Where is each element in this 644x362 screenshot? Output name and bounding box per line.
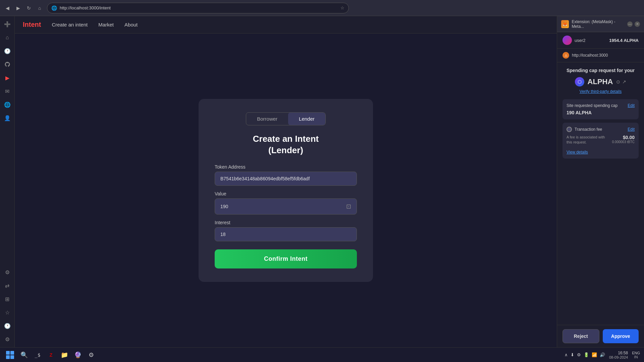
taskbar-app5[interactable]: 🔮 [72,350,83,360]
nav-about[interactable]: About [124,22,138,27]
app-logo[interactable]: Intent [23,21,41,28]
value-spinner-icon[interactable]: ⊡ [346,203,351,210]
forward-button[interactable]: ▶ [13,3,23,13]
metamask-panel: 🦊 Extension: (MetaMask) - Meta... — ✕ us… [557,16,644,347]
mm-spending-cap-value: 190 ALPHA [567,110,635,115]
token-address-input-wrapper [215,172,357,186]
mm-window-title: Extension: (MetaMask) - Meta... [572,19,627,29]
taskbar-lang2: IN [634,355,638,359]
sidebar-clock[interactable]: 🕐 [2,320,13,331]
mm-view-details-link[interactable]: View details [567,150,635,155]
sidebar-github[interactable] [2,59,13,70]
token-address-group: Token Address [215,164,357,186]
interest-group: Interest [215,220,357,241]
taskbar-app6[interactable]: ⚙ [86,350,97,360]
alpha-token-name: ALPHA [588,77,613,86]
token-address-input[interactable] [220,176,351,181]
mm-fee-edit[interactable]: Edit [628,127,635,132]
mm-fee-description: A fee is associated with this request. [567,135,610,145]
alpha-token-row: ⬡ ALPHA ⊙ ↗ [562,77,639,86]
mm-fee-indicator [567,127,572,132]
page-icon: 🌐 [51,5,57,11]
sidebar-gear[interactable]: ⚙ [2,334,13,345]
mm-fee-title: Transaction fee [575,127,602,132]
mm-fee-btc: 0.000003 tBTC [612,140,635,144]
taskbar-zotero[interactable]: Z [46,350,56,360]
mm-fee-section: Transaction fee Edit A fee is associated… [562,123,639,159]
sidebar-youtube[interactable]: ▶ [2,72,13,83]
taskbar-download-icon[interactable]: ⬇ [571,352,574,357]
alpha-token-logo: ⬡ [575,77,584,86]
mm-spending-cap-edit[interactable]: Edit [628,103,635,108]
intent-card: Borrower Lender Create an Intent (Lender… [199,99,373,282]
sidebar-exchange[interactable]: ⇄ [2,280,13,291]
value-input-wrapper: ⊡ [215,198,357,215]
confirm-intent-button[interactable]: Confirm Intent [215,249,357,268]
mm-reject-button[interactable]: Reject [562,329,599,343]
taskbar-files[interactable]: 📁 [59,350,70,360]
mm-spending-cap-title: Site requested spending cap [567,103,618,108]
system-chevron-icon[interactable]: ∧ [565,352,568,357]
token-link-icon[interactable]: ↗ [622,79,626,84]
taskbar-settings-icon[interactable]: ⚙ [577,352,581,357]
taskbar-time: 16:58 [618,351,628,355]
interest-label: Interest [215,220,357,225]
mm-user-avatar [562,36,572,45]
mm-action-buttons: Reject Approve [557,325,644,347]
taskbar-battery-icon: 🔋 [584,352,589,357]
borrower-tab[interactable]: Borrower [246,113,288,125]
token-copy-icon[interactable]: ⊙ [616,79,620,84]
wifi-icon: 📶 [592,352,597,357]
sidebar-globe[interactable]: 🌐 [2,99,13,110]
system-tray: ∧ ⬇ ⚙ 🔋 📶 🔊 [565,352,605,357]
taskbar-search[interactable]: 🔍 [19,350,30,360]
sidebar-grid[interactable]: ⊞ [2,294,13,304]
refresh-button[interactable]: ↻ [24,3,34,13]
lender-tab[interactable]: Lender [288,113,325,125]
value-group: Value ⊡ [215,191,357,215]
mm-user-balance: 1954.4 ALPHA [609,38,639,43]
sidebar-mail[interactable]: ✉ [2,86,13,97]
mm-spending-cap-section: Site requested spending cap Edit 190 ALP… [562,99,639,119]
volume-icon: 🔊 [600,352,605,357]
windows-start-button[interactable] [4,349,16,361]
token-address-label: Token Address [215,164,357,170]
mm-approve-button[interactable]: Approve [603,329,639,343]
value-input[interactable] [220,204,341,209]
sidebar-history[interactable]: 🕐 [2,46,13,56]
metamask-logo: 🦊 [561,20,569,28]
back-button[interactable]: ◀ [3,3,12,13]
taskbar-lang: ENG [632,351,640,355]
nav-create-intent[interactable]: Create an intent [52,22,88,27]
mm-close-button[interactable]: ✕ [635,21,640,27]
bookmark-icon[interactable]: ☆ [340,5,344,10]
value-label: Value [215,191,357,196]
sidebar-star[interactable]: ☆ [2,307,13,318]
nav-market[interactable]: Market [98,22,114,27]
home-button[interactable]: ⌂ [35,3,44,13]
form-title: Create an Intent (Lender) [253,133,319,156]
mm-spending-title: Spending cap request for your [562,68,639,73]
sidebar-profile[interactable]: 👤 [2,113,13,123]
interest-input[interactable] [220,232,351,237]
mm-fee-usd: $0.00 [612,135,635,140]
form-fields: Token Address Value ⊡ [215,164,357,241]
taskbar-terminal[interactable]: _$ [32,350,43,360]
sidebar-new-tab[interactable]: ➕ [2,19,13,29]
role-toggle: Borrower Lender [246,112,326,125]
mm-verify-link[interactable]: Verify third-party details [562,89,639,94]
form-title-line1: Create an Intent [253,133,319,145]
sidebar-home[interactable]: ⌂ [2,32,13,43]
mm-user-name: user2 [575,38,586,43]
interest-input-wrapper [215,227,357,241]
taskbar-date: 08-09-2024 [609,355,628,359]
sidebar-settings-bottom[interactable]: ⚙ [2,267,13,278]
mm-site-url: http://localhost:3000 [572,53,608,58]
address-text: http://localhost:3000/intent [60,5,338,10]
mm-minimize-button[interactable]: — [627,21,633,27]
mm-site-icon: ⚠ [562,52,569,59]
form-title-line2: (Lender) [253,145,319,156]
